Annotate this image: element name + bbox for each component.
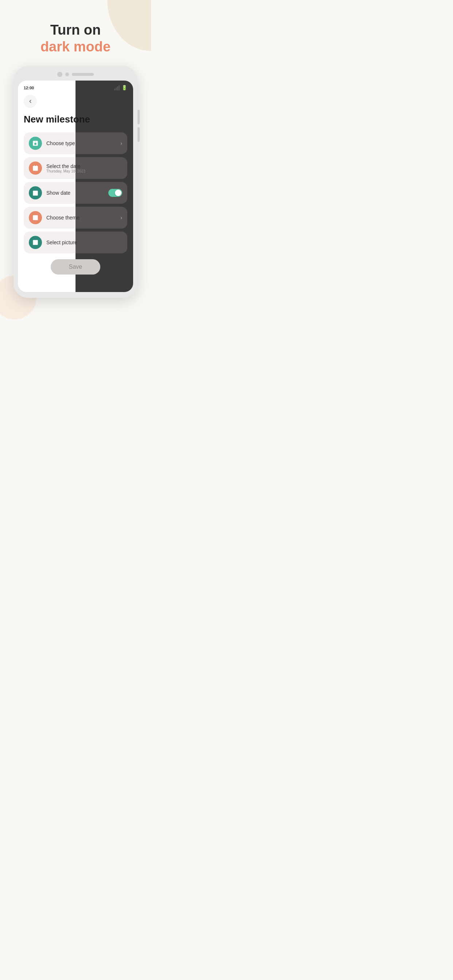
select-picture-label: Select picture — [46, 240, 122, 245]
choose-type-label: Choose type — [46, 140, 116, 146]
back-button[interactable] — [24, 95, 37, 108]
select-date-sublabel: Thursday, May 18, 2023 — [46, 169, 122, 173]
hero-section: Turn on dark mode — [0, 0, 151, 66]
phone-container: 12:00 🔋 — [0, 66, 151, 298]
phone-frame: 12:00 🔋 — [13, 66, 137, 298]
select-date-icon — [29, 162, 42, 175]
choose-type-icon — [29, 137, 42, 150]
page-wrapper: Turn on dark mode — [0, 0, 151, 327]
select-picture-text: Select picture — [46, 240, 122, 245]
phone-sensor-icon — [65, 73, 69, 76]
side-button-1 — [137, 110, 140, 124]
choose-theme-icon — [29, 211, 42, 224]
choose-theme-arrow: › — [120, 215, 122, 221]
show-date-label: Show date — [46, 190, 104, 196]
phone-camera-icon — [57, 72, 62, 77]
phone-speaker — [72, 73, 94, 76]
show-date-text: Show date — [46, 190, 104, 196]
phone-hardware-top — [18, 72, 133, 77]
status-icons: 🔋 — [114, 85, 127, 91]
phone-side-buttons — [137, 110, 140, 142]
page-title: New milestone — [24, 114, 127, 125]
signal-bars — [114, 85, 120, 91]
select-date-label: Select the date — [46, 163, 122, 169]
show-date-icon — [29, 186, 42, 199]
show-date-toggle[interactable] — [108, 189, 122, 197]
menu-item-show-date[interactable]: Show date — [24, 182, 127, 204]
menu-item-select-date[interactable]: Select the date Thursday, May 18, 2023 — [24, 157, 127, 179]
menu-item-choose-theme[interactable]: Choose theme › — [24, 207, 127, 229]
battery-icon: 🔋 — [121, 85, 127, 91]
select-date-text: Select the date Thursday, May 18, 2023 — [46, 163, 122, 173]
choose-theme-label: Choose theme — [46, 215, 116, 221]
menu-list: Choose type › Select the date Thursda — [24, 132, 127, 253]
status-time: 12:00 — [24, 86, 34, 90]
select-picture-icon — [29, 236, 42, 249]
svg-point-5 — [35, 193, 37, 195]
svg-rect-0 — [33, 166, 38, 171]
toggle-thumb — [115, 189, 121, 196]
save-button-container: Save — [24, 259, 127, 275]
hero-title-line2: dark mode — [0, 39, 151, 56]
hero-title-line1: Turn on — [0, 22, 151, 39]
choose-type-arrow: › — [120, 140, 122, 146]
phone-screen: 12:00 🔋 — [18, 81, 133, 292]
choose-type-text: Choose type — [46, 140, 116, 146]
status-bar: 12:00 🔋 — [24, 85, 127, 91]
choose-theme-text: Choose theme — [46, 215, 116, 221]
side-button-2 — [137, 127, 140, 142]
menu-item-choose-type[interactable]: Choose type › — [24, 132, 127, 154]
svg-point-10 — [34, 241, 35, 242]
menu-item-select-picture[interactable]: Select picture — [24, 232, 127, 253]
save-button[interactable]: Save — [51, 259, 100, 275]
screen-content: 12:00 🔋 — [18, 81, 133, 292]
svg-rect-8 — [34, 216, 37, 220]
